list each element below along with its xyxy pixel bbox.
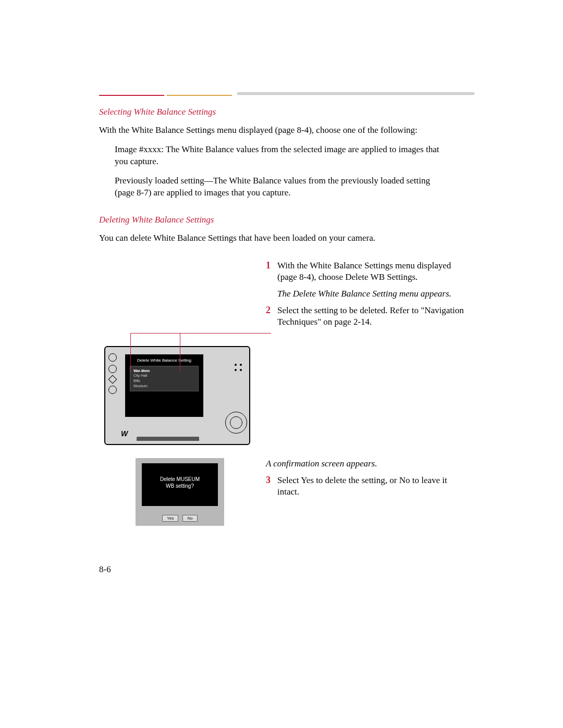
step-3: 3 Select Yes to delete the setting, or N… [266, 475, 469, 498]
confirmation-dialog-illustration: Delete MUSEUM WB setting? Yes No [136, 458, 224, 526]
step-3-number: 3 [266, 475, 277, 486]
camera-lcd: Delete White Balance Setting War-Mem Cit… [125, 354, 203, 417]
camera-button-2 [108, 365, 117, 373]
page-content: Selecting White Balance Settings With th… [99, 91, 474, 260]
lcd-item-3: Museum [133, 384, 195, 389]
four-dots-icon [234, 363, 243, 372]
step-2-text: Select the setting to be deleted. Refer … [277, 305, 469, 328]
callout-line-vertical-1 [130, 333, 131, 372]
yes-button: Yes [162, 515, 178, 522]
camera-dial [225, 412, 247, 434]
confirm-line-2: WB setting? [166, 483, 194, 489]
camera-illustration: Delete White Balance Setting War-Mem Cit… [104, 346, 250, 445]
lcd-list: War-Mem City-Hall Bills Museum [130, 366, 199, 391]
heading-selecting: Selecting White Balance Settings [99, 107, 474, 117]
camera-right-controls [234, 363, 243, 372]
step-2-result: A confirmation screen appears. [266, 458, 469, 470]
camera-button-3 [108, 386, 117, 394]
confirmation-screen: Delete MUSEUM WB setting? [142, 463, 218, 506]
camera-body: Delete White Balance Setting War-Mem Cit… [104, 346, 250, 445]
confirmation-text: Delete MUSEUM WB setting? [142, 463, 218, 489]
callout-line-vertical-2 [180, 333, 180, 372]
lcd-title: Delete White Balance Setting [126, 355, 203, 365]
step-2: 2 Select the setting to be deleted. Refe… [266, 305, 469, 328]
step-2-number: 2 [266, 305, 277, 316]
page-number: 8-6 [99, 564, 111, 575]
paragraph-deleting-intro: You can delete White Balance Settings th… [99, 232, 474, 244]
step-1-number: 1 [266, 260, 277, 271]
lcd-item-1: City-Hall [133, 373, 195, 378]
camera-bottom-bar [137, 437, 199, 441]
w-icon: W [121, 429, 131, 438]
step-1-result: The Delete White Balance Setting menu ap… [277, 288, 469, 300]
lcd-item-0: War-Mem [133, 368, 195, 374]
step-column: 1 With the White Balance Settings menu d… [266, 260, 469, 333]
paragraph-selecting-intro: With the White Balance Settings menu dis… [99, 125, 474, 137]
lcd-item-2: Bills [133, 378, 195, 384]
step-3-text: Select Yes to delete the setting, or No … [277, 475, 469, 498]
no-button: No [182, 515, 197, 522]
callout-line-horizontal [130, 333, 271, 334]
confirm-line-1: Delete MUSEUM [160, 476, 200, 482]
step-column-2: A confirmation screen appears. 3 Select … [266, 458, 469, 503]
step-1: 1 With the White Balance Settings menu d… [266, 260, 469, 283]
heading-deleting: Deleting White Balance Settings [99, 215, 474, 225]
camera-diamond-icon [108, 375, 117, 384]
camera-left-buttons [108, 353, 118, 416]
paragraph-prev-loaded: Previously loaded setting—The White Bala… [115, 175, 448, 199]
step-1-text: With the White Balance Settings menu dis… [277, 260, 469, 283]
confirmation-buttons: Yes No [136, 512, 224, 522]
camera-button-1 [108, 353, 117, 362]
paragraph-image-xxxx: Image #xxxx: The White Balance values fr… [115, 144, 448, 168]
